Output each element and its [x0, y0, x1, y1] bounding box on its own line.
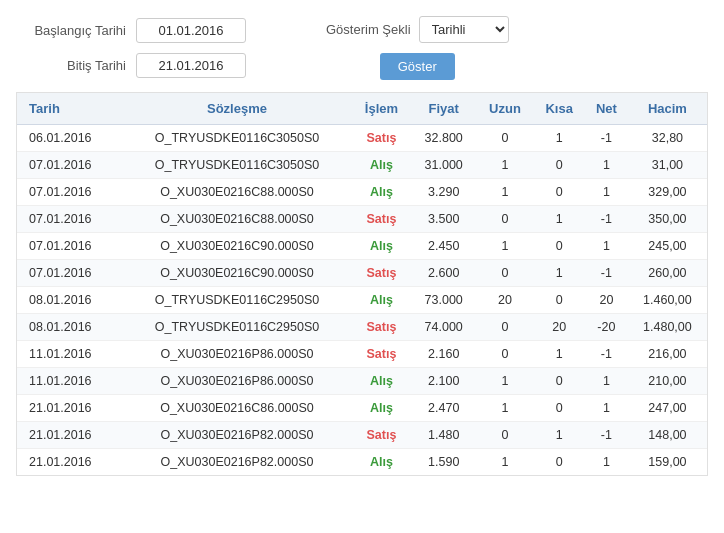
cell-hacim: 1.480,00	[628, 314, 707, 341]
cell-tarih: 11.01.2016	[17, 341, 122, 368]
cell-sozlesme: O_XU030E0216C88.000S0	[122, 206, 352, 233]
cell-net: -1	[585, 422, 628, 449]
cell-tarih: 11.01.2016	[17, 368, 122, 395]
cell-sozlesme: O_XU030E0216P86.000S0	[122, 368, 352, 395]
cell-tarih: 06.01.2016	[17, 125, 122, 152]
cell-sozlesme: O_TRYUSDKE0116C3050S0	[122, 125, 352, 152]
cell-uzun: 0	[476, 314, 533, 341]
cell-fiyat: 2.450	[411, 233, 476, 260]
cell-hacim: 245,00	[628, 233, 707, 260]
col-sozlesme: Sözleşme	[122, 93, 352, 125]
table-row: 07.01.2016 O_XU030E0216C90.000S0 Satış 2…	[17, 260, 707, 287]
cell-hacim: 329,00	[628, 179, 707, 206]
cell-uzun: 0	[476, 206, 533, 233]
cell-hacim: 260,00	[628, 260, 707, 287]
cell-net: 1	[585, 395, 628, 422]
cell-tarih: 07.01.2016	[17, 260, 122, 287]
table-row: 11.01.2016 O_XU030E0216P86.000S0 Alış 2.…	[17, 368, 707, 395]
cell-uzun: 1	[476, 368, 533, 395]
gosterim-row: Gösterim Şekli Tarihli Özet	[326, 16, 509, 43]
col-tarih: Tarih	[17, 93, 122, 125]
cell-hacim: 31,00	[628, 152, 707, 179]
cell-fiyat: 31.000	[411, 152, 476, 179]
cell-sozlesme: O_XU030E0216C90.000S0	[122, 260, 352, 287]
cell-uzun: 0	[476, 341, 533, 368]
cell-kisa: 0	[533, 179, 584, 206]
col-uzun: Uzun	[476, 93, 533, 125]
cell-fiyat: 3.500	[411, 206, 476, 233]
col-net: Net	[585, 93, 628, 125]
goster-button[interactable]: Göster	[380, 53, 455, 80]
cell-islem: Satış	[352, 260, 411, 287]
cell-fiyat: 32.800	[411, 125, 476, 152]
table-row: 21.01.2016 O_XU030E0216P82.000S0 Satış 1…	[17, 422, 707, 449]
cell-kisa: 1	[533, 422, 584, 449]
cell-islem: Alış	[352, 179, 411, 206]
cell-kisa: 20	[533, 314, 584, 341]
table-row: 21.01.2016 O_XU030E0216P82.000S0 Alış 1.…	[17, 449, 707, 476]
cell-hacim: 159,00	[628, 449, 707, 476]
cell-tarih: 21.01.2016	[17, 449, 122, 476]
cell-tarih: 21.01.2016	[17, 422, 122, 449]
cell-tarih: 07.01.2016	[17, 152, 122, 179]
cell-tarih: 08.01.2016	[17, 287, 122, 314]
cell-tarih: 07.01.2016	[17, 179, 122, 206]
col-islem: İşlem	[352, 93, 411, 125]
cell-kisa: 0	[533, 287, 584, 314]
gosterim-group: Gösterim Şekli Tarihli Özet Göster	[326, 16, 509, 80]
bitis-input[interactable]	[136, 53, 246, 78]
cell-fiyat: 2.600	[411, 260, 476, 287]
cell-net: -20	[585, 314, 628, 341]
cell-kisa: 0	[533, 233, 584, 260]
table-row: 08.01.2016 O_TRYUSDKE0116C2950S0 Satış 7…	[17, 314, 707, 341]
cell-kisa: 0	[533, 152, 584, 179]
cell-hacim: 148,00	[628, 422, 707, 449]
cell-islem: Satış	[352, 206, 411, 233]
cell-net: 1	[585, 152, 628, 179]
cell-tarih: 07.01.2016	[17, 206, 122, 233]
cell-tarih: 07.01.2016	[17, 233, 122, 260]
table-row: 07.01.2016 O_XU030E0216C90.000S0 Alış 2.…	[17, 233, 707, 260]
table-row: 07.01.2016 O_XU030E0216C88.000S0 Satış 3…	[17, 206, 707, 233]
cell-fiyat: 1.590	[411, 449, 476, 476]
cell-uzun: 1	[476, 233, 533, 260]
cell-tarih: 08.01.2016	[17, 314, 122, 341]
cell-kisa: 1	[533, 260, 584, 287]
table-row: 07.01.2016 O_XU030E0216C88.000S0 Alış 3.…	[17, 179, 707, 206]
cell-fiyat: 74.000	[411, 314, 476, 341]
table-row: 08.01.2016 O_TRYUSDKE0116C2950S0 Alış 73…	[17, 287, 707, 314]
table-row: 21.01.2016 O_XU030E0216C86.000S0 Alış 2.…	[17, 395, 707, 422]
cell-fiyat: 1.480	[411, 422, 476, 449]
cell-sozlesme: O_XU030E0216P82.000S0	[122, 422, 352, 449]
cell-hacim: 1.460,00	[628, 287, 707, 314]
cell-sozlesme: O_XU030E0216C86.000S0	[122, 395, 352, 422]
cell-uzun: 0	[476, 260, 533, 287]
cell-hacim: 210,00	[628, 368, 707, 395]
gosterim-select[interactable]: Tarihli Özet	[419, 16, 509, 43]
cell-fiyat: 2.160	[411, 341, 476, 368]
table-header: Tarih Sözleşme İşlem Fiyat Uzun Kısa Net…	[17, 93, 707, 125]
cell-kisa: 0	[533, 368, 584, 395]
baslangic-input[interactable]	[136, 18, 246, 43]
cell-net: -1	[585, 260, 628, 287]
cell-hacim: 247,00	[628, 395, 707, 422]
cell-fiyat: 2.470	[411, 395, 476, 422]
cell-sozlesme: O_XU030E0216C88.000S0	[122, 179, 352, 206]
bitis-filter-item: Bitiş Tarihi	[16, 53, 246, 78]
cell-fiyat: 2.100	[411, 368, 476, 395]
cell-uzun: 0	[476, 422, 533, 449]
cell-net: 1	[585, 368, 628, 395]
gosterim-label: Gösterim Şekli	[326, 22, 411, 37]
cell-net: -1	[585, 206, 628, 233]
baslangic-filter-item: Başlangıç Tarihi	[16, 18, 246, 43]
cell-sozlesme: O_XU030E0216P82.000S0	[122, 449, 352, 476]
cell-fiyat: 3.290	[411, 179, 476, 206]
cell-kisa: 1	[533, 341, 584, 368]
cell-islem: Alış	[352, 152, 411, 179]
main-container: Başlangıç Tarihi Bitiş Tarihi Gösterim Ş…	[0, 0, 724, 533]
cell-uzun: 20	[476, 287, 533, 314]
cell-islem: Satış	[352, 125, 411, 152]
date-filter-group: Başlangıç Tarihi Bitiş Tarihi	[16, 18, 246, 78]
table-row: 11.01.2016 O_XU030E0216P86.000S0 Satış 2…	[17, 341, 707, 368]
cell-sozlesme: O_XU030E0216C90.000S0	[122, 233, 352, 260]
